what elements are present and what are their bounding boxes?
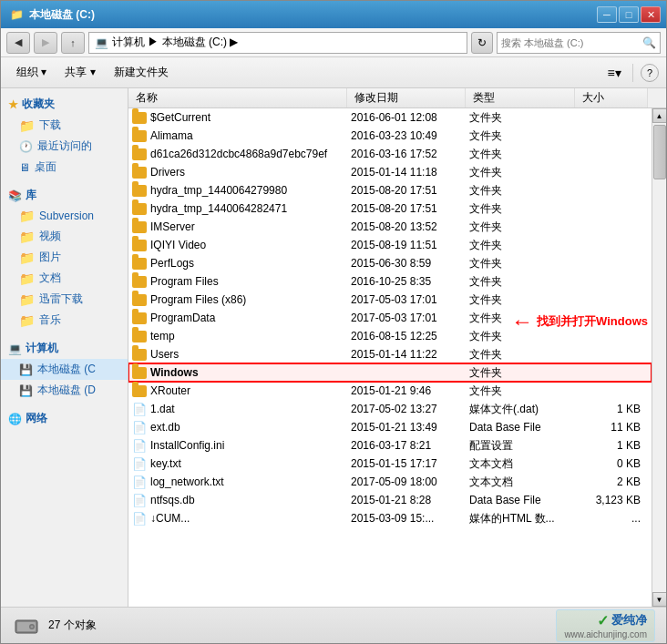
table-row[interactable]: Windows文件夹 [128, 363, 652, 382]
file-name: hydra_tmp_1440064279980 [150, 184, 287, 197]
title-bar: 📁 本地磁盘 (C:) ─ □ ✕ [1, 1, 666, 28]
table-row[interactable]: IQIYI Video2015-08-19 11:51文件夹 [128, 236, 652, 254]
favorites-header[interactable]: ★ 收藏夹 [1, 94, 128, 115]
search-bar[interactable]: 🔍 [497, 32, 661, 54]
network-section: 🌐 网络 [1, 408, 128, 429]
computer-header[interactable]: 💻 计算机 [1, 338, 128, 359]
status-count: 27 个对象 [48, 618, 97, 633]
table-row[interactable]: 📄ext.db2015-01-21 13:49Data Base File11 … [128, 418, 652, 436]
file-list-wrapper: $GetCurrent2016-06-01 12:08文件夹Alimama201… [128, 108, 666, 607]
table-row[interactable]: hydra_tmp_14400642824712015-08-20 17:51文… [128, 199, 652, 218]
video-label: 视频 [39, 229, 61, 244]
table-row[interactable]: 📄ntfsqs.db2015-01-21 8:28Data Base File3… [128, 491, 652, 509]
library-header[interactable]: 📚 库 [1, 185, 128, 206]
col-header-type[interactable]: 类型 [466, 88, 575, 107]
sidebar-item-documents[interactable]: 📁 文档 [1, 268, 128, 289]
up-button[interactable]: ↑ [61, 32, 85, 54]
file-name: Users [150, 348, 179, 361]
col-header-date[interactable]: 修改日期 [347, 88, 466, 107]
file-icon: 📄 [132, 512, 147, 526]
table-row[interactable]: XRouter2015-01-21 9:46文件夹 [128, 382, 652, 400]
table-row[interactable]: 📄↓CUM...2015-03-09 15:...媒体的HTML 数...... [128, 509, 652, 527]
file-size [575, 181, 648, 199]
file-size [575, 309, 648, 327]
maximize-button[interactable]: □ [619, 6, 639, 23]
table-row[interactable]: Alimama2016-03-23 10:49文件夹 [128, 127, 652, 145]
drive-icon: 💾 [19, 363, 33, 376]
table-row[interactable]: Program Files (x86)2017-05-03 17:01文件夹 [128, 291, 652, 309]
title-bar-text: 📁 本地磁盘 (C:) [10, 7, 95, 23]
sidebar-item-pictures[interactable]: 📁 图片 [1, 247, 128, 268]
share-button[interactable]: 共享 ▾ [56, 61, 103, 85]
favorites-section: ★ 收藏夹 📁 下载 🕐 最近访问的 🖥 桌面 [1, 94, 128, 178]
table-row[interactable]: $GetCurrent2016-06-01 12:08文件夹 [128, 108, 652, 127]
table-row[interactable]: 📄log_network.txt2017-05-09 18:00文本文档2 KB [128, 473, 652, 491]
table-row[interactable]: 📄1.dat2017-05-02 13:27媒体文件(.dat)1 KB [128, 400, 652, 418]
file-size [575, 108, 648, 127]
table-row[interactable]: d61ca26d312dcbc4868a9d7ebc79ef2016-03-16… [128, 145, 652, 163]
table-row[interactable]: PerfLogs2015-06-30 8:59文件夹 [128, 254, 652, 272]
table-row[interactable]: temp2016-08-15 12:25文件夹 [128, 327, 652, 345]
table-row[interactable]: ProgramData2017-05-03 17:01文件夹 [128, 309, 652, 327]
scrollbar-vertical[interactable]: ▲ ▼ [652, 108, 666, 607]
col-header-name[interactable]: 名称 [128, 88, 347, 107]
refresh-button[interactable]: ↻ [471, 32, 493, 54]
close-button[interactable]: ✕ [641, 6, 661, 23]
sidebar-item-thunder[interactable]: 📁 迅雷下载 [1, 289, 128, 310]
pictures-label: 图片 [39, 250, 61, 265]
folder-icon: 📁 [19, 292, 35, 307]
toolbar-divider [632, 64, 633, 82]
forward-button[interactable]: ▶ [34, 32, 57, 54]
sidebar-item-download[interactable]: 📁 下载 [1, 115, 128, 136]
table-row[interactable]: Users2015-01-14 11:22文件夹 [128, 345, 652, 363]
minimize-button[interactable]: ─ [597, 6, 617, 23]
file-name: Program Files [150, 275, 219, 288]
sidebar-item-desktop[interactable]: 🖥 桌面 [1, 157, 128, 178]
table-row[interactable]: 📄key.txt2015-01-15 17:17文本文档0 KB [128, 455, 652, 473]
file-icon: 📄 [132, 439, 147, 453]
organize-button[interactable]: 组织 ▾ [8, 61, 55, 85]
new-folder-button[interactable]: 新建文件夹 [106, 61, 177, 85]
sidebar-item-subversion[interactable]: 📁 Subversion [1, 206, 128, 226]
watermark-check: ✓ [597, 612, 609, 629]
d-drive-label: 本地磁盘 (D [37, 383, 96, 398]
file-icon: 📄 [132, 421, 147, 434]
back-button[interactable]: ◀ [6, 32, 30, 54]
table-row[interactable]: Drivers2015-01-14 11:18文件夹 [128, 163, 652, 181]
sidebar: ★ 收藏夹 📁 下载 🕐 最近访问的 🖥 桌面 📚 [1, 88, 128, 607]
documents-label: 文档 [39, 271, 61, 286]
file-type: 文件夹 [466, 163, 575, 181]
file-date: 2015-08-20 17:51 [347, 181, 466, 199]
address-field[interactable]: 💻 计算机 ▶ 本地磁盘 (C:) ▶ [88, 32, 467, 54]
file-size: 3,123 KB [575, 491, 648, 509]
search-input[interactable] [501, 37, 641, 48]
sidebar-item-music[interactable]: 📁 音乐 [1, 310, 128, 331]
file-size [575, 236, 648, 254]
file-type: Data Base File [466, 418, 575, 436]
table-row[interactable]: Program Files2016-10-25 8:35文件夹 [128, 272, 652, 291]
recent-label: 最近访问的 [37, 138, 92, 154]
file-size [575, 382, 648, 400]
help-button[interactable]: ? [641, 64, 659, 82]
file-icon [132, 240, 147, 251]
file-type: 文件夹 [466, 199, 575, 218]
subversion-label: Subversion [39, 210, 94, 222]
scroll-thumb[interactable] [653, 125, 666, 179]
file-date: 2015-01-14 11:18 [347, 163, 466, 181]
file-icon [132, 148, 147, 160]
scroll-up-arrow[interactable]: ▲ [652, 108, 667, 123]
sidebar-item-d-drive[interactable]: 💾 本地磁盘 (D [1, 380, 128, 401]
sidebar-item-recent[interactable]: 🕐 最近访问的 [1, 136, 128, 157]
network-header[interactable]: 🌐 网络 [1, 408, 128, 429]
table-row[interactable]: IMServer2015-08-20 13:52文件夹 [128, 218, 652, 236]
sidebar-item-video[interactable]: 📁 视频 [1, 226, 128, 247]
table-row[interactable]: 📄InstallConfig.ini2016-03-17 8:21配置设置1 K… [128, 436, 652, 455]
col-header-size[interactable]: 大小 [575, 88, 648, 107]
d-drive-icon: 💾 [19, 384, 33, 397]
sidebar-item-c-drive[interactable]: 💾 本地磁盘 (C [1, 359, 128, 380]
file-size: 0 KB [575, 455, 648, 473]
scroll-down-arrow[interactable]: ▼ [652, 592, 667, 607]
table-row[interactable]: hydra_tmp_14400642799802015-08-20 17:51文… [128, 181, 652, 199]
file-date: 2015-08-20 13:52 [347, 218, 466, 236]
view-menu-button[interactable]: ≡▾ [603, 63, 625, 83]
